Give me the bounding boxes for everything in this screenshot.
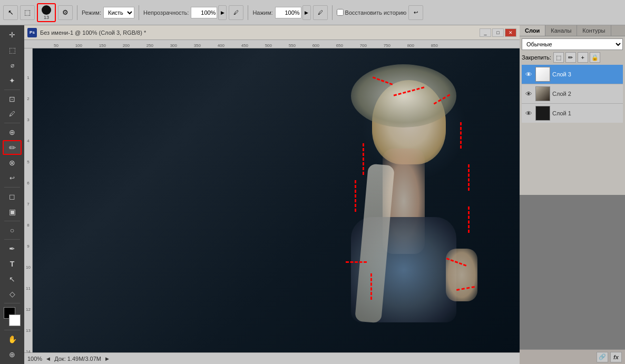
title-bar-left: Ps Без имени-1 @ 100% (Слой 3, RGB/8) *	[27, 28, 146, 37]
link-layers-btn[interactable]: 🔗	[597, 352, 608, 362]
brush-dot	[42, 5, 51, 15]
lock-all-btn[interactable]: 🔒	[590, 52, 600, 63]
tool-path-selection[interactable]: ↖	[3, 272, 22, 287]
selection-dash-9	[370, 273, 372, 300]
tool-crop[interactable]: ⊡	[3, 92, 22, 106]
pressure-value[interactable]: 100%	[275, 7, 301, 18]
tool-sep2	[4, 123, 20, 123]
status-arrow-right[interactable]: ▶	[105, 356, 109, 361]
zoom-level: 100%	[27, 356, 42, 362]
canvas-document[interactable]	[33, 48, 520, 352]
opacity-label: Непрозрачность:	[143, 9, 189, 16]
sep1	[77, 5, 77, 20]
brush-size-label: 13	[44, 15, 49, 20]
layer-item-2[interactable]: 👁 Слой 2	[522, 84, 623, 103]
tool-sep1	[4, 90, 20, 90]
selection-dash-10	[346, 261, 367, 263]
opacity-value[interactable]: 100%	[191, 7, 217, 18]
brush-size-indicator[interactable]: 13	[37, 3, 56, 22]
tool-hand[interactable]: ✋	[3, 332, 22, 347]
canvas-with-ruler: 50 100 150 200 250 300 350 400 450 500 5…	[24, 40, 520, 352]
pressure-arrow[interactable]: ▶	[302, 5, 311, 20]
restore-btn[interactable]: □	[492, 28, 504, 37]
brush-settings-btn[interactable]: ⚙	[58, 5, 73, 20]
tool-colors[interactable]	[3, 307, 22, 326]
fx-btn[interactable]: fx	[610, 352, 622, 362]
panel-tabs: Слои Каналы Контуры	[520, 25, 625, 36]
sep2	[139, 5, 139, 20]
tool-move[interactable]: ✛	[3, 27, 22, 42]
tool-marquee[interactable]: ⬚	[3, 43, 22, 57]
tool-pen[interactable]: ✒	[3, 241, 22, 256]
tool-zoom[interactable]: ⊕	[3, 347, 22, 362]
panel-bottom: 🔗 fx	[520, 349, 625, 364]
layer-3-thumbnail	[535, 67, 550, 82]
left-toolbar: ✛ ⬚ ⌀ ✦ ⊡ 🖊 ⊕ ✏ ⊗ ↩ ◻ ▣ ○ ✒ T ↖ ◇ ✋ ⊕	[0, 25, 24, 364]
layer-1-thumbnail	[535, 106, 550, 121]
selection-dash-6	[468, 206, 470, 233]
mode-label: Режим:	[82, 9, 101, 16]
top-toolbar: ↖ ⬚ 13 ⚙ Режим: Кисть Непрозрачность: 10…	[0, 0, 625, 25]
layer-2-visibility[interactable]: 👁	[524, 89, 533, 99]
layer-item-3[interactable]: 👁 Слой 3	[522, 65, 623, 84]
history-icon-btn[interactable]: ↩	[408, 5, 423, 20]
lock-pixels-btn[interactable]: ⬚	[553, 52, 564, 63]
layer-2-name: Слой 2	[552, 91, 571, 97]
status-arrow-left[interactable]: ◀	[46, 356, 50, 361]
ruler-horizontal: 50 100 150 200 250 300 350 400 450 500 5…	[24, 40, 520, 48]
toolbar-arrow-btn[interactable]: ↖	[3, 5, 18, 20]
tool-sep5	[4, 239, 20, 240]
tool-history-brush[interactable]: ↩	[3, 171, 22, 185]
tool-lasso[interactable]: ⌀	[3, 58, 22, 73]
background-color[interactable]	[9, 314, 21, 326]
tool-stamp[interactable]: ⊗	[3, 155, 22, 170]
history-checkbox[interactable]	[337, 9, 344, 16]
ruler-canvas-body: 1 2 3 4 5 6 7 8 9 10 11 12 13 14	[24, 48, 520, 352]
blend-mode-dropdown[interactable]: Обычные	[522, 38, 623, 50]
ps-icon: Ps	[27, 28, 37, 37]
opacity-group: 100% ▶	[191, 5, 227, 20]
blend-mode-row: Обычные	[522, 38, 623, 50]
window-controls: _ □ ✕	[480, 28, 516, 37]
h-ruler-marks: 50 100 150 200 250 300 350 400 450 500 5…	[41, 40, 520, 48]
sep3	[248, 5, 248, 20]
layer-item-1[interactable]: 👁 Слой 1	[522, 104, 623, 123]
tool-shape[interactable]: ◇	[3, 287, 22, 302]
pen-pressure-flow-btn[interactable]: 🖊	[313, 5, 328, 20]
lock-row: Закрепить: ⬚ ✏ + 🔒	[522, 52, 623, 63]
tool-eraser[interactable]: ◻	[3, 189, 22, 204]
layers-list: 👁 Слой 3 👁 Слой 2 👁	[522, 65, 623, 123]
tool-wand[interactable]: ✦	[3, 73, 22, 88]
tool-sep7	[4, 330, 20, 330]
layer-1-name: Слой 1	[552, 110, 571, 116]
lock-position-btn[interactable]: ✏	[565, 52, 576, 63]
tool-dodge[interactable]: ○	[3, 223, 22, 238]
lock-icons: ⬚ ✏ + 🔒	[553, 52, 600, 63]
tool-heal[interactable]: ⊕	[3, 125, 22, 140]
tool-eyedropper[interactable]: 🖊	[3, 107, 22, 122]
tab-layers[interactable]: Слои	[520, 25, 545, 36]
tool-sep3	[4, 187, 20, 188]
layer-1-visibility[interactable]: 👁	[524, 109, 533, 118]
tool-gradient[interactable]: ▣	[3, 204, 22, 219]
layer-2-thumbnail	[535, 86, 550, 101]
pressure-group: 100% ▶	[275, 5, 311, 20]
canvas-area: Ps Без имени-1 @ 100% (Слой 3, RGB/8) * …	[24, 25, 520, 364]
tab-channels[interactable]: Каналы	[545, 25, 577, 36]
close-btn[interactable]: ✕	[505, 28, 516, 37]
layers-panel-content: Обычные Закрепить: ⬚ ✏ + 🔒 👁	[520, 36, 625, 195]
pen-pressure-opacity-btn[interactable]: 🖊	[229, 5, 243, 20]
opacity-arrow[interactable]: ▶	[218, 5, 227, 20]
tool-brush[interactable]: ✏	[3, 140, 22, 155]
toolbar-brush-options-btn[interactable]: ⬚	[20, 5, 35, 20]
canvas-image	[33, 48, 520, 352]
tab-paths[interactable]: Контуры	[577, 25, 611, 36]
main-area: ✛ ⬚ ⌀ ✦ ⊡ 🖊 ⊕ ✏ ⊗ ↩ ◻ ▣ ○ ✒ T ↖ ◇ ✋ ⊕	[0, 25, 625, 364]
selection-dash-11	[355, 180, 356, 212]
lock-add-btn[interactable]: +	[578, 52, 588, 63]
tool-text[interactable]: T	[3, 257, 22, 271]
mode-dropdown[interactable]: Кисть	[103, 7, 134, 18]
layer-3-visibility[interactable]: 👁	[524, 70, 533, 79]
minimize-btn[interactable]: _	[480, 28, 491, 37]
sep4	[332, 5, 333, 20]
